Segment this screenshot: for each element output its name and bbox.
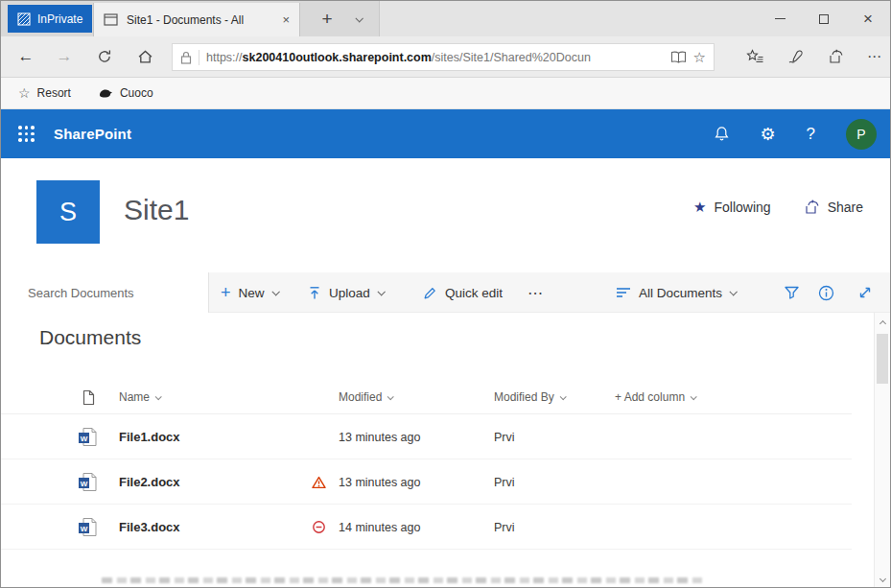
minimize-button[interactable] xyxy=(758,1,802,36)
favorite-item-cuoco[interactable]: Cuoco xyxy=(98,86,153,100)
chevron-down-icon xyxy=(377,288,385,295)
reading-view-icon[interactable] xyxy=(670,51,687,63)
search-box[interactable] xyxy=(1,272,209,313)
quick-edit-label: Quick edit xyxy=(445,286,503,300)
new-tab-button[interactable]: + xyxy=(312,1,342,36)
plus-icon: + xyxy=(221,284,231,301)
app-launcher-waffle-icon[interactable] xyxy=(18,126,35,142)
close-window-button[interactable]: × xyxy=(846,1,890,36)
column-header-modified[interactable]: Modified xyxy=(339,380,392,414)
file-modified-by[interactable]: Prvi xyxy=(494,459,515,505)
svg-text:W: W xyxy=(81,525,88,533)
favorites-hub-icon[interactable] xyxy=(746,49,764,64)
search-input[interactable] xyxy=(1,286,208,300)
favorite-label: Cuoco xyxy=(120,86,153,100)
inprivate-badge: InPrivate xyxy=(8,5,92,33)
tab-bar: InPrivate Site1 - Documents - All × + × xyxy=(1,1,890,36)
svg-text:W: W xyxy=(81,480,88,488)
upload-icon xyxy=(308,286,321,300)
share-site-icon xyxy=(804,200,820,215)
file-modified: 13 minutes ago xyxy=(339,459,420,505)
forward-button[interactable]: → xyxy=(47,36,82,77)
home-button[interactable] xyxy=(128,36,162,77)
inprivate-hatch-icon xyxy=(17,12,31,26)
suite-bar: SharePoint ⚙ ? P xyxy=(1,109,890,158)
file-modified-by[interactable]: Prvi xyxy=(494,414,515,459)
column-header-name[interactable]: Name xyxy=(119,380,160,414)
view-selector-button[interactable]: All Documents xyxy=(616,272,736,313)
site-header: S Site1 ★ Following Share xyxy=(1,158,890,272)
cutoff-footer-text xyxy=(102,577,706,583)
file-modified: 14 minutes ago xyxy=(339,505,420,550)
word-file-icon: W xyxy=(78,505,98,550)
following-button[interactable]: ★ Following xyxy=(693,199,771,216)
suite-app-name[interactable]: SharePoint xyxy=(54,126,131,142)
address-bar-row: ← → https://sk200410outlook.sharepoint.c… xyxy=(1,36,890,78)
settings-more-icon[interactable]: ⋯ xyxy=(867,48,882,65)
notifications-bell-icon[interactable] xyxy=(715,126,729,142)
address-divider xyxy=(199,50,199,65)
web-note-pen-icon[interactable] xyxy=(787,50,805,64)
site-actions: ★ Following Share xyxy=(693,199,863,216)
edit-pen-icon xyxy=(423,286,437,300)
share-site-button[interactable]: Share xyxy=(804,200,863,215)
share-icon[interactable] xyxy=(828,49,844,64)
page-icon xyxy=(104,13,118,26)
address-bar[interactable]: https://sk200410outlook.sharepoint.com/s… xyxy=(172,43,715,71)
lock-icon xyxy=(180,51,192,64)
table-row-file3[interactable]: W File3.docx 14 minutes ago Prvi xyxy=(1,505,852,550)
table-row-file2[interactable]: W File2.docx 13 minutes ago Prvi xyxy=(1,459,852,505)
scroll-down-arrow[interactable] xyxy=(875,571,890,586)
tab-actions-button[interactable] xyxy=(344,1,373,36)
quick-edit-button[interactable]: Quick edit xyxy=(423,272,503,313)
warning-icon[interactable] xyxy=(312,459,326,505)
maximize-button[interactable] xyxy=(802,1,846,36)
scroll-up-arrow[interactable] xyxy=(875,316,890,331)
column-header-modified-by[interactable]: Modified By xyxy=(494,380,565,414)
file-type-column-icon[interactable] xyxy=(82,380,95,414)
upload-label: Upload xyxy=(329,286,370,300)
file-name[interactable]: File2.docx xyxy=(119,459,180,505)
view-lines-icon xyxy=(616,287,631,298)
filter-button[interactable] xyxy=(784,272,800,313)
file-name[interactable]: File3.docx xyxy=(119,505,180,550)
refresh-button[interactable] xyxy=(87,36,122,77)
chevron-down-icon xyxy=(271,288,279,295)
info-button[interactable] xyxy=(818,272,834,313)
help-icon[interactable]: ? xyxy=(807,125,815,144)
following-star-icon: ★ xyxy=(693,199,706,216)
tab-close-icon[interactable]: × xyxy=(282,12,290,27)
favorite-item-resort[interactable]: ☆ Resort xyxy=(18,85,71,101)
file-modified-by[interactable]: Prvi xyxy=(494,505,515,550)
add-column-button[interactable]: + Add column xyxy=(615,380,695,414)
star-outline-icon: ☆ xyxy=(18,85,31,101)
favorite-star-icon[interactable]: ☆ xyxy=(693,49,706,66)
document-library: Documents Name Modified Modified By + Ad… xyxy=(1,313,890,588)
file-name[interactable]: File1.docx xyxy=(119,414,180,459)
new-button[interactable]: + New xyxy=(221,272,278,313)
blocked-icon[interactable] xyxy=(312,505,326,550)
browser-tab[interactable]: Site1 - Documents - All × xyxy=(93,3,300,36)
account-avatar[interactable]: P xyxy=(846,119,877,150)
svg-text:W: W xyxy=(81,435,88,443)
share-site-label: Share xyxy=(828,200,863,215)
scrollbar-thumb[interactable] xyxy=(877,334,888,384)
inprivate-label: InPrivate xyxy=(37,12,82,26)
more-commands-button[interactable]: ⋯ xyxy=(528,272,543,313)
list-header-row: Name Modified Modified By + Add column xyxy=(1,380,852,414)
site-logo[interactable]: S xyxy=(36,180,100,244)
table-row-file1[interactable]: W File1.docx 13 minutes ago Prvi xyxy=(1,414,852,459)
favorite-label: Resort xyxy=(37,86,71,100)
new-label: New xyxy=(239,286,265,300)
vertical-scrollbar[interactable] xyxy=(874,313,890,588)
back-button[interactable]: ← xyxy=(9,36,43,77)
settings-gear-icon[interactable]: ⚙ xyxy=(760,124,775,145)
upload-button[interactable]: Upload xyxy=(308,272,384,313)
browser-window: InPrivate Site1 - Documents - All × + × … xyxy=(0,0,891,588)
view-selector-label: All Documents xyxy=(639,286,722,300)
library-title: Documents xyxy=(39,326,141,349)
file-modified: 13 minutes ago xyxy=(339,414,420,459)
browser-action-icons: ⋯ xyxy=(746,36,882,77)
fullscreen-expand-icon[interactable] xyxy=(857,272,873,313)
url-text: https://sk200410outlook.sharepoint.com/s… xyxy=(206,51,591,64)
